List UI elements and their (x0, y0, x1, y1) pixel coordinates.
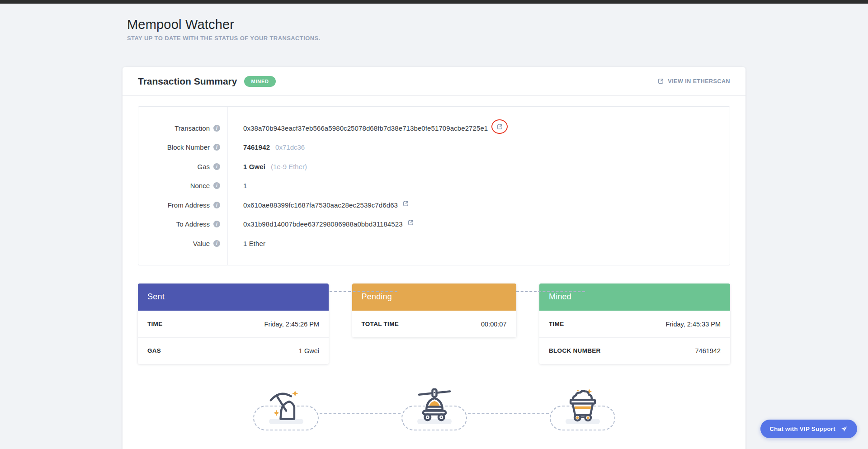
status-row-value: 00:00:07 (481, 321, 506, 328)
info-icon[interactable]: i (213, 144, 220, 151)
from-address-value: 0x610ae88399fc1687fa7530aac28ec2539c7d6d… (243, 201, 398, 209)
dashed-connector (468, 413, 549, 414)
dashed-connector (330, 291, 397, 292)
to-address-external-link[interactable] (407, 219, 414, 226)
detail-label: Transaction (175, 124, 210, 132)
page-title: Mempool Watcher (127, 17, 745, 32)
info-icon[interactable]: i (213, 182, 220, 189)
page-header: Mempool Watcher STAY UP TO DATE WITH THE… (123, 4, 745, 42)
detail-label: To Address (176, 220, 210, 228)
pickaxe-rock-icon (267, 386, 306, 425)
block-number-hex: 0x71dc36 (275, 143, 305, 151)
status-card-mined: Mined TIME Friday, 2:45:33 PM BLOCK NUMB… (539, 284, 730, 364)
detail-value-cell: 0x31b98d14007bdee637298086988a0bbd311845… (227, 220, 414, 228)
detail-label-cell: Nonce i (138, 182, 227, 189)
dashed-connector (320, 413, 401, 414)
status-row-value: 1 Gwei (299, 347, 319, 354)
detail-value-cell: 0x610ae88399fc1687fa7530aac28ec2539c7d6d… (227, 201, 409, 209)
to-address-value: 0x31b98d14007bdee637298086988a0bbd311845… (243, 220, 403, 228)
detail-label: Value (193, 240, 210, 247)
detail-label-cell: Block Number i (138, 143, 227, 151)
stage-pill-sent (253, 406, 319, 430)
status-row-gas: GAS 1 Gwei (138, 337, 329, 364)
status-row-label: TOTAL TIME (362, 321, 399, 327)
detail-label-cell: To Address i (138, 220, 227, 228)
detail-label: Block Number (167, 143, 210, 151)
block-number-value: 7461942 (243, 143, 270, 151)
status-row-time: TIME Friday, 2:45:26 PM (138, 311, 329, 337)
drill-rig-icon (415, 386, 454, 425)
info-icon[interactable]: i (213, 221, 220, 227)
stage-pill-pending (401, 406, 467, 430)
detail-value-cell: 0x38a70b943eacf37eb566a5980c25078d68fb7d… (227, 122, 508, 134)
sent-card-header: Sent (138, 284, 329, 311)
info-icon[interactable]: i (213, 202, 220, 208)
external-link-icon (496, 123, 503, 130)
detail-label: Nonce (190, 182, 210, 189)
detail-value-cell: 7461942 0x71dc36 (227, 143, 305, 151)
ore-cart-icon (563, 386, 602, 425)
detail-value-cell: 1 Ether (227, 240, 265, 247)
detail-label: From Address (168, 201, 210, 209)
external-link-icon (407, 219, 414, 226)
stage-illustrations-row (138, 386, 730, 440)
ether-value: 1 Ether (243, 240, 265, 247)
view-in-etherscan-label: VIEW IN ETHERSCAN (668, 78, 730, 85)
summary-card-header: Transaction Summary MINED VIEW IN ETHERS… (123, 67, 745, 96)
gas-value: 1 Gwei (243, 163, 265, 170)
status-row-label: TIME (147, 321, 162, 327)
view-in-etherscan-link[interactable]: VIEW IN ETHERSCAN (657, 78, 730, 85)
status-row-value: Friday, 2:45:26 PM (264, 321, 319, 328)
external-link-icon (657, 78, 664, 85)
page-subtitle: STAY UP TO DATE WITH THE STATUS OF YOUR … (127, 35, 745, 42)
status-cards-row: Sent TIME Friday, 2:45:26 PM GAS 1 Gwei … (138, 284, 730, 364)
summary-card-body: Transaction i 0x38a70b943eacf37eb566a598… (123, 96, 745, 440)
detail-label-cell: From Address i (138, 201, 227, 209)
status-row-label: GAS (147, 347, 161, 354)
gas-ether-equivalent: (1e-9 Ether) (271, 163, 307, 170)
transaction-details-panel: Transaction i 0x38a70b943eacf37eb566a598… (138, 106, 730, 265)
status-row-value: Friday, 2:45:33 PM (666, 321, 721, 328)
detail-value-cell: 1 Gwei (1e-9 Ether) (227, 163, 307, 170)
info-icon[interactable]: i (213, 163, 220, 170)
status-badge: MINED (244, 76, 275, 87)
detail-value-cell: 1 (227, 182, 247, 189)
status-row-block-number: BLOCK NUMBER 7461942 (539, 337, 730, 364)
detail-label: Gas (197, 163, 210, 170)
from-address-external-link[interactable] (402, 200, 409, 207)
status-row-label: TIME (549, 321, 564, 327)
status-row-time: TIME Friday, 2:45:33 PM (539, 311, 730, 337)
top-bar (0, 0, 868, 4)
info-icon[interactable]: i (213, 240, 220, 247)
pending-card-header: Pending (352, 284, 516, 311)
status-row-label: BLOCK NUMBER (549, 347, 601, 354)
chat-vip-support-button[interactable]: Chat with VIP Support (760, 420, 857, 438)
status-card-sent: Sent TIME Friday, 2:45:26 PM GAS 1 Gwei (138, 284, 329, 364)
transaction-summary-card: Transaction Summary MINED VIEW IN ETHERS… (123, 67, 745, 449)
detail-label-cell: Transaction i (138, 124, 227, 132)
detail-label-cell: Gas i (138, 163, 227, 170)
chat-button-label: Chat with VIP Support (769, 425, 835, 432)
page-container: Mempool Watcher STAY UP TO DATE WITH THE… (123, 4, 745, 449)
status-row-value: 7461942 (695, 347, 721, 354)
transaction-hash: 0x38a70b943eacf37eb566a5980c25078d68fb7d… (243, 124, 488, 132)
annotation-red-circle (491, 119, 508, 134)
nonce-value: 1 (243, 182, 247, 189)
paper-plane-icon (840, 425, 848, 433)
external-link-icon (402, 200, 409, 207)
detail-label-cell: Value i (138, 240, 227, 247)
status-row-total-time: TOTAL TIME 00:00:07 (352, 311, 516, 337)
mined-card-header: Mined (539, 284, 730, 311)
details-divider (227, 107, 228, 265)
stage-pill-mined (550, 406, 615, 430)
dashed-connector (516, 291, 585, 292)
transaction-external-link[interactable] (496, 123, 503, 130)
summary-card-title: Transaction Summary (138, 76, 237, 87)
info-icon[interactable]: i (213, 125, 220, 132)
